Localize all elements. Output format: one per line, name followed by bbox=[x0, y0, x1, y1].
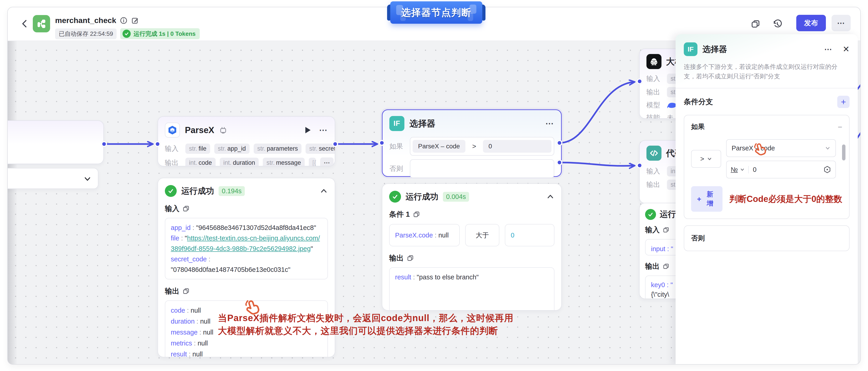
port-selector-if-out[interactable] bbox=[557, 140, 562, 146]
parsex-input-label: 输入 bbox=[165, 144, 181, 153]
llm-output-label: 输出 bbox=[646, 87, 663, 97]
port-parsex-in[interactable] bbox=[155, 141, 160, 147]
value-text: 0 bbox=[753, 166, 756, 173]
chevron-down-icon bbox=[707, 156, 712, 161]
code-icon bbox=[646, 146, 661, 161]
copy-icon[interactable] bbox=[663, 227, 669, 233]
tag-metrics-truncated[interactable]: [{}] met bbox=[309, 158, 316, 167]
parsex-run-output-label: 输出 bbox=[165, 286, 179, 296]
panel-more-icon[interactable]: ⋯ bbox=[824, 45, 833, 54]
literal-hexagon-icon[interactable] bbox=[823, 166, 831, 174]
chevron-left-icon bbox=[20, 19, 30, 29]
if-icon: IF bbox=[390, 116, 404, 131]
port-code-in[interactable] bbox=[637, 163, 643, 168]
condition-1-label: 条件 1 bbox=[389, 209, 410, 220]
page-banner: 选择器节点判断 bbox=[390, 1, 482, 24]
ribbon-deco bbox=[400, 13, 406, 21]
copy-icon[interactable] bbox=[407, 255, 414, 262]
history-icon[interactable] bbox=[772, 19, 782, 29]
if-right-value[interactable]: 0 bbox=[483, 140, 552, 153]
partial-node-start[interactable] bbox=[7, 120, 104, 164]
tag-secret-code[interactable]: str.secret_code bbox=[306, 144, 335, 154]
edit-icon[interactable] bbox=[131, 17, 139, 24]
parsex-input-json: app_id : "9645688e34671307d52d4a8f8da41e… bbox=[165, 218, 328, 279]
app-window: merchant_check 已自动保存 22:54:59 运行完成 1s | … bbox=[7, 7, 861, 365]
parsex-icon bbox=[165, 123, 180, 138]
selector-config-panel: IF 选择器 ⋯ ✕ 连接多个下游分支，若设定的条件成立则仅运行对应的分支，若均… bbox=[676, 34, 858, 365]
parsex-run-status: 运行成功 bbox=[181, 186, 214, 197]
panel-if-icon: IF bbox=[684, 42, 698, 56]
if-card-label: 如果 bbox=[691, 122, 705, 132]
code-run-output-label: 输出 bbox=[645, 261, 660, 272]
llm-skill-label: 技能 bbox=[646, 113, 663, 119]
add-condition-button[interactable]: +新增 bbox=[691, 186, 722, 212]
chevron-down-icon[interactable] bbox=[83, 175, 92, 183]
tag-overflow-more[interactable]: ⋯ bbox=[320, 158, 334, 166]
selector-more-icon[interactable]: ⋯ bbox=[545, 119, 554, 128]
autosave-badge: 已自动保存 22:54:59 bbox=[55, 28, 117, 39]
info-icon[interactable] bbox=[120, 17, 127, 24]
parsex-run-duration: 0.194s bbox=[219, 186, 245, 196]
copy-icon[interactable] bbox=[183, 205, 189, 212]
port-parsex-out[interactable] bbox=[332, 141, 338, 147]
publish-button[interactable]: 发布 bbox=[796, 15, 826, 31]
scrollbar-handle[interactable] bbox=[842, 144, 845, 161]
value-input[interactable]: № 0 bbox=[726, 161, 836, 178]
if-left-ref[interactable]: ParseX – code bbox=[412, 140, 465, 153]
parsex-output-label: 输出 bbox=[165, 158, 181, 167]
collapse-branch-icon[interactable]: − bbox=[838, 123, 842, 131]
collapse-icon[interactable] bbox=[546, 193, 554, 201]
tag-code[interactable]: int.code bbox=[185, 158, 216, 167]
value-type-select[interactable]: № bbox=[731, 166, 749, 173]
duplicate-icon[interactable] bbox=[750, 19, 761, 29]
parsex-more-icon[interactable]: ⋯ bbox=[319, 125, 328, 135]
llm-input-label: 输入 bbox=[646, 74, 663, 83]
selector-output-json: result : "pass to else branch" bbox=[389, 267, 554, 311]
file-link[interactable]: https://test-textin.oss-cn-beijing.aliyu… bbox=[171, 234, 320, 252]
tag-app-id[interactable]: str.app_id bbox=[214, 144, 250, 154]
run-node-icon[interactable] bbox=[304, 126, 311, 134]
chevron-down-icon bbox=[825, 145, 830, 151]
divider bbox=[676, 88, 858, 88]
tag-duration[interactable]: int.duration bbox=[220, 158, 259, 167]
copy-icon[interactable] bbox=[663, 263, 669, 269]
tag-file[interactable]: str.file bbox=[185, 144, 210, 154]
annotation-line-2: 大模型解析就意义不大，这里我们可以提供选择器来进行条件的判断 bbox=[218, 324, 498, 337]
selector-if-condition[interactable]: ParseX – code > 0 bbox=[410, 137, 554, 155]
code-input-label: 输入 bbox=[646, 167, 663, 176]
annotation-line-1: 当ParseX插件解析文档失败时，会返回code为null，那么，这时候再用 bbox=[218, 312, 514, 324]
port-selector-in[interactable] bbox=[379, 140, 385, 146]
copy-icon[interactable] bbox=[413, 211, 420, 218]
header-more-button[interactable]: ⋯ bbox=[832, 15, 851, 31]
port-llm-in[interactable] bbox=[637, 78, 643, 84]
node-parsex[interactable]: ParseX ⋯ 输入 str.file str.app_id str.para… bbox=[158, 116, 335, 166]
llm-skill-value: 未 bbox=[667, 113, 673, 119]
reference-select[interactable]: ParseX – code bbox=[726, 139, 836, 157]
branch-header: 条件分支 bbox=[684, 97, 713, 107]
else-branch-card[interactable]: 否则 bbox=[684, 225, 849, 251]
run-status-badge[interactable]: 运行完成 1s | 0 Tokens bbox=[120, 28, 200, 39]
if-op: > bbox=[472, 142, 476, 150]
success-check-icon bbox=[389, 191, 401, 203]
else-card-label: 否则 bbox=[691, 234, 705, 242]
selector-run-duration: 0.004s bbox=[443, 192, 469, 202]
llm-icon bbox=[646, 54, 661, 69]
back-button[interactable] bbox=[20, 19, 30, 29]
port-start-out[interactable] bbox=[101, 141, 107, 147]
port-selector-else-out[interactable] bbox=[557, 160, 562, 166]
workflow-app-icon bbox=[33, 15, 50, 32]
node-selector[interactable]: IF 选择器 ⋯ 如果 ParseX – code > 0 否则 bbox=[382, 109, 562, 177]
collapse-icon[interactable] bbox=[320, 187, 328, 195]
add-branch-button[interactable]: + bbox=[837, 96, 849, 108]
check-icon bbox=[123, 30, 131, 38]
operator-select[interactable]: > bbox=[691, 150, 721, 168]
tag-parameters[interactable]: str.parameters bbox=[254, 144, 302, 154]
panel-close-icon[interactable]: ✕ bbox=[843, 45, 849, 54]
success-check-icon bbox=[165, 185, 177, 197]
partial-collapsed-card[interactable] bbox=[7, 168, 98, 189]
tag-message[interactable]: str.message bbox=[263, 158, 305, 167]
panel-annotation: 判断Code必须是大于0的整数 bbox=[729, 193, 842, 205]
selector-else-label: 否则 bbox=[390, 164, 406, 173]
copy-icon[interactable] bbox=[183, 288, 189, 295]
selector-else-condition[interactable] bbox=[410, 159, 554, 178]
